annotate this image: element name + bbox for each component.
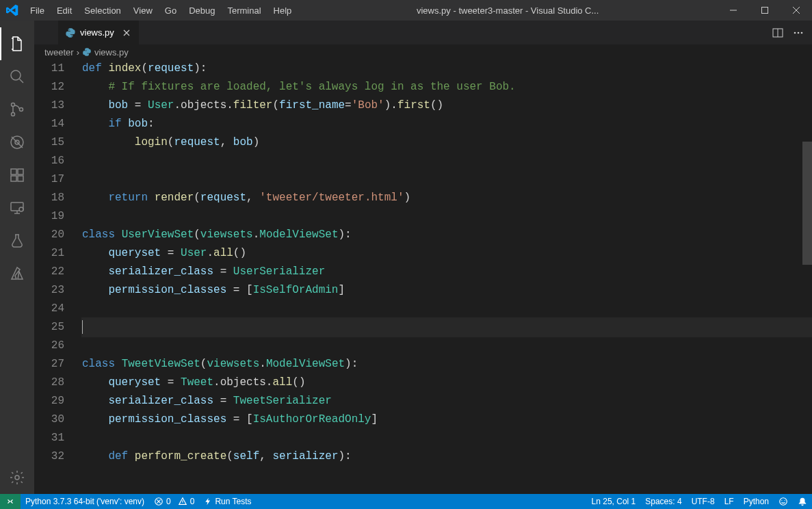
problems-indicator[interactable]: 0 0	[149, 494, 199, 509]
line-number-gutter: 1112131415161718192021222324252627282930…	[34, 60, 82, 494]
code-line[interactable]: queryset = Tweet.objects.all()	[82, 374, 812, 392]
breadcrumbs[interactable]: tweeter › views.py	[34, 44, 812, 60]
status-bar: Python 3.7.3 64-bit ('venv': venv) 0 0 R…	[0, 494, 812, 509]
menu-terminal[interactable]: Terminal	[221, 0, 267, 21]
notifications-icon[interactable]	[793, 494, 812, 509]
text-cursor	[82, 320, 83, 334]
svg-point-15	[794, 31, 796, 34]
code-line[interactable]: def index(request):	[82, 60, 812, 78]
source-control-icon[interactable]	[0, 93, 34, 126]
run-tests-label: Run Tests	[215, 497, 251, 506]
search-icon[interactable]	[0, 60, 34, 93]
line-number: 13	[34, 96, 64, 115]
close-icon[interactable]	[121, 27, 132, 38]
tab-views-py[interactable]: views.py	[58, 21, 140, 44]
maximize-button[interactable]	[749, 0, 781, 21]
chevron-right-icon: ›	[77, 47, 79, 57]
code-line[interactable]	[82, 170, 812, 189]
svg-rect-10	[18, 169, 23, 174]
line-number: 18	[34, 189, 64, 207]
code-line[interactable]: # If fixtures are loaded, let's always l…	[82, 78, 812, 96]
line-number: 27	[34, 355, 64, 374]
code-line[interactable]	[82, 318, 812, 337]
code-line[interactable]	[82, 152, 812, 170]
activity-bar	[0, 21, 34, 494]
code-line[interactable]: permission_classes = [IsSelfOrAdmin]	[82, 281, 812, 300]
line-number: 30	[34, 410, 64, 429]
menu-selection[interactable]: Selection	[78, 0, 127, 21]
svg-point-12	[19, 207, 23, 211]
breadcrumb-folder[interactable]: tweeter	[44, 47, 74, 57]
svg-point-4	[20, 108, 23, 112]
run-tests-button[interactable]: Run Tests	[199, 494, 256, 509]
feedback-icon[interactable]	[774, 494, 793, 509]
eol[interactable]: LF	[720, 494, 739, 509]
menu-bar: FileEditSelectionViewGoDebugTerminalHelp	[24, 0, 298, 21]
test-icon[interactable]	[0, 224, 34, 257]
line-number: 24	[34, 300, 64, 318]
settings-icon[interactable]	[0, 461, 34, 494]
code-line[interactable]: serializer_class = UserSerializer	[82, 263, 812, 281]
code-lines[interactable]: def index(request): # If fixtures are lo…	[82, 60, 812, 494]
remote-explorer-icon[interactable]	[0, 192, 34, 224]
scrollbar-thumb[interactable]	[802, 142, 812, 265]
menu-edit[interactable]: Edit	[51, 0, 78, 21]
python-file-icon	[82, 47, 92, 57]
menu-help[interactable]: Help	[267, 0, 298, 21]
code-line[interactable]	[82, 207, 812, 226]
line-number: 21	[34, 244, 64, 263]
indentation[interactable]: Spaces: 4	[640, 494, 686, 509]
explorer-icon[interactable]	[0, 27, 34, 60]
python-interpreter[interactable]: Python 3.7.3 64-bit ('venv': venv)	[21, 494, 149, 509]
svg-rect-7	[11, 169, 16, 174]
menu-go[interactable]: Go	[159, 0, 183, 21]
code-line[interactable]: def perform_create(self, serializer):	[82, 447, 812, 466]
tabs-bar: views.py	[34, 21, 812, 44]
extensions-icon[interactable]	[0, 159, 34, 192]
azure-icon[interactable]	[0, 257, 34, 290]
more-actions-icon[interactable]	[793, 27, 804, 38]
code-line[interactable]	[82, 337, 812, 355]
line-number: 25	[34, 318, 64, 337]
code-line[interactable]: queryset = User.all()	[82, 244, 812, 263]
code-line[interactable]: permission_classes = [IsAuthorOrReadOnly…	[82, 410, 812, 429]
breadcrumb-file[interactable]: views.py	[94, 47, 129, 57]
menu-view[interactable]: View	[127, 0, 159, 21]
code-line[interactable]: class TweetViewSet(viewsets.ModelViewSet…	[82, 355, 812, 374]
code-line[interactable]: if bob:	[82, 115, 812, 133]
line-number: 19	[34, 207, 64, 226]
code-line[interactable]: login(request, bob)	[82, 133, 812, 152]
menu-debug[interactable]: Debug	[183, 0, 221, 21]
svg-point-1	[11, 70, 21, 80]
code-line[interactable]	[82, 300, 812, 318]
close-button[interactable]	[781, 0, 812, 21]
line-number: 23	[34, 281, 64, 300]
svg-rect-0	[762, 8, 768, 14]
language-mode[interactable]: Python	[739, 494, 774, 509]
remote-indicator[interactable]	[0, 494, 21, 509]
code-line[interactable]: bob = User.objects.filter(first_name='Bo…	[82, 96, 812, 115]
svg-point-2	[12, 103, 15, 107]
code-line[interactable]	[82, 429, 812, 447]
debug-icon[interactable]	[0, 126, 34, 159]
encoding[interactable]: UTF-8	[687, 494, 720, 509]
code-line[interactable]: return render(request, 'tweeter/tweeter.…	[82, 189, 812, 207]
code-editor[interactable]: 1112131415161718192021222324252627282930…	[34, 60, 812, 494]
line-number: 26	[34, 337, 64, 355]
line-number: 20	[34, 226, 64, 244]
line-number: 28	[34, 374, 64, 392]
code-line[interactable]: serializer_class = TweetSerializer	[82, 392, 812, 410]
split-editor-icon[interactable]	[772, 27, 783, 38]
svg-rect-9	[18, 176, 23, 181]
code-line[interactable]: class UserViewSet(viewsets.ModelViewSet)…	[82, 226, 812, 244]
svg-rect-8	[11, 176, 16, 181]
line-number: 15	[34, 133, 64, 152]
cursor-position[interactable]: Ln 25, Col 1	[587, 494, 641, 509]
minimize-button[interactable]	[718, 0, 749, 21]
svg-point-16	[798, 31, 800, 34]
tab-label: views.py	[80, 27, 114, 38]
menu-file[interactable]: File	[24, 0, 51, 21]
window-controls	[718, 0, 812, 21]
line-number: 29	[34, 392, 64, 410]
vscode-logo-icon	[0, 4, 24, 16]
